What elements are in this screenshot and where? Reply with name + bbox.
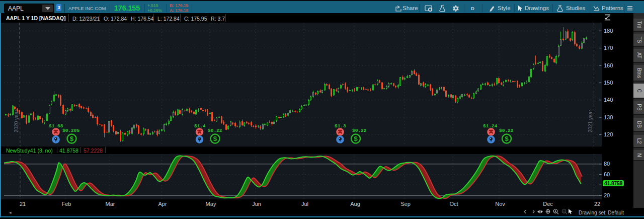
svg-text:$: $ [354, 135, 358, 143]
svg-text:$0.22: $0.22 [499, 128, 514, 133]
svg-text:$0.22: $0.22 [208, 128, 222, 133]
svg-text:$: $ [213, 135, 217, 143]
svg-text:$: $ [69, 135, 73, 143]
svg-text:$0.22: $0.22 [352, 128, 367, 133]
svg-text:$1.24: $1.24 [483, 123, 498, 129]
svg-text:2021 year: 2021 year [588, 110, 593, 132]
svg-text:$0.205: $0.205 [62, 128, 80, 133]
svg-text:2020 year: 2020 year [14, 110, 19, 132]
svg-text:$: $ [505, 135, 509, 143]
